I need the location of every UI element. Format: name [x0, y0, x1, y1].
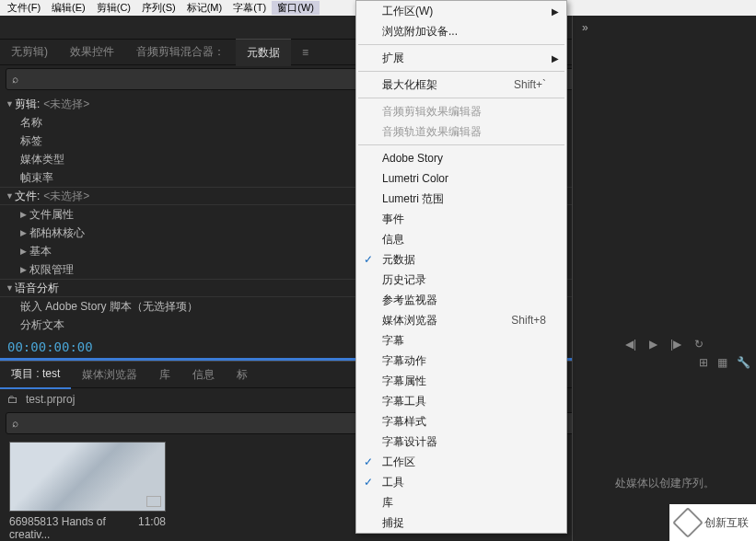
tab-effect-controls[interactable]: 效果控件 — [59, 39, 125, 65]
menu-item-label: 音频轨道效果编辑器 — [382, 124, 482, 140]
section-label: 文件: — [15, 189, 40, 204]
transport-controls: ◀| ▶ |▶ ↻ — [573, 338, 756, 351]
section-value: <未选择> — [43, 97, 89, 112]
menu-item[interactable]: 库 — [356, 492, 566, 512]
search-icon: ⌕ — [12, 417, 18, 430]
tab-metadata[interactable]: 元数据 — [236, 39, 291, 66]
menu-item[interactable]: 字幕工具 — [356, 391, 566, 411]
menu-item-label: 历史记录 — [382, 272, 426, 288]
submenu-arrow-icon: ▶ — [552, 6, 559, 17]
tab-media-browser[interactable]: 媒体浏览器 — [71, 362, 148, 388]
clip-row[interactable]: 66985813 Hands of creativ... 11:08 — [9, 512, 166, 541]
menu-item[interactable]: 字幕设计器 — [356, 432, 566, 452]
submenu-arrow-icon: ▶ — [552, 53, 559, 63]
export-frame-icon[interactable]: ⊞ — [699, 356, 708, 369]
menu-item-label: 库 — [382, 495, 393, 511]
menu-item-label: 媒体浏览器 — [382, 313, 437, 328]
menu-item[interactable]: 捕捉 — [356, 512, 566, 533]
menu-separator — [358, 98, 564, 98]
menu-item[interactable]: 字幕属性 — [356, 371, 566, 391]
menu-item[interactable]: 浏览附加设备... — [356, 21, 566, 41]
section-value: <未选择> — [43, 189, 89, 204]
next-frame-icon[interactable]: |▶ — [670, 338, 681, 351]
menu-window[interactable]: 窗口(W) — [272, 1, 320, 15]
panel-menu-icon[interactable]: ≡ — [291, 40, 320, 64]
menu-separator — [358, 71, 564, 72]
menu-item[interactable]: 字幕样式 — [356, 411, 566, 432]
menu-item[interactable]: 扩展▶ — [356, 48, 566, 68]
menu-edit[interactable]: 编辑(E) — [46, 1, 91, 15]
menu-item-label: 捕捉 — [382, 515, 404, 531]
folder-icon: 🗀 — [7, 393, 18, 406]
chevron-down-icon: ▼ — [6, 99, 15, 109]
tab-markers[interactable]: 标 — [226, 362, 259, 388]
tab-no-clip[interactable]: 无剪辑) — [0, 39, 59, 65]
menu-item-label: Lumetri Color — [382, 172, 448, 185]
play-icon[interactable]: ▶ — [649, 338, 657, 351]
menu-item-label: Lumetri 范围 — [382, 191, 444, 207]
tab-info[interactable]: 信息 — [181, 362, 226, 388]
menu-item-label: 字幕样式 — [382, 414, 426, 430]
menu-item[interactable]: ✓工具 — [356, 472, 566, 492]
section-label: 语音分析 — [15, 281, 59, 296]
menu-item: 音频轨道效果编辑器 — [356, 121, 566, 142]
menu-clip[interactable]: 剪辑(C) — [91, 1, 136, 15]
menu-item[interactable]: 工作区(W)▶ — [356, 1, 566, 21]
clip-duration: 11:08 — [138, 515, 166, 541]
chevron-down-icon: ▼ — [6, 283, 15, 293]
watermark: 创新互联 — [669, 504, 756, 541]
menu-item[interactable]: Adobe Story — [356, 148, 566, 168]
menu-shortcut: Shift+` — [514, 78, 546, 91]
menu-file[interactable]: 文件(F) — [2, 1, 46, 15]
prev-frame-icon[interactable]: ◀| — [625, 338, 636, 351]
menu-item-label: 信息 — [382, 232, 404, 247]
search-icon: ⌕ — [12, 73, 18, 86]
watermark-text: 创新互联 — [704, 515, 749, 531]
clip-thumbnail[interactable] — [9, 442, 166, 512]
menu-shortcut: Shift+8 — [511, 314, 546, 327]
tab-library[interactable]: 库 — [148, 362, 181, 388]
menu-item-label: 字幕动作 — [382, 353, 426, 369]
menu-item-label: 字幕属性 — [382, 374, 426, 389]
menu-item[interactable]: 信息 — [356, 229, 566, 249]
menu-item[interactable]: 历史记录 — [356, 270, 566, 290]
menu-item[interactable]: 最大化框架Shift+` — [356, 75, 566, 95]
menu-item-label: Adobe Story — [382, 152, 443, 165]
wrench-icon[interactable]: 🔧 — [737, 356, 750, 369]
menu-item[interactable]: 媒体浏览器Shift+8 — [356, 310, 566, 330]
menu-item[interactable]: 字幕 — [356, 330, 566, 351]
menu-item[interactable]: Lumetri 范围 — [356, 189, 566, 209]
menu-marker[interactable]: 标记(M) — [181, 1, 228, 15]
menu-item-label: 最大化框架 — [382, 77, 437, 93]
watermark-logo-icon — [672, 507, 704, 538]
settings-icon[interactable]: ▦ — [717, 356, 727, 369]
menu-item[interactable]: 事件 — [356, 209, 566, 229]
clip-type-icon — [146, 496, 161, 507]
menu-item-label: 工作区 — [382, 455, 415, 470]
right-chevron[interactable]: » — [573, 16, 756, 40]
menu-title[interactable]: 字幕(T) — [227, 1, 272, 15]
menu-separator — [358, 44, 564, 45]
menu-item[interactable]: ✓工作区 — [356, 452, 566, 472]
menu-item[interactable]: 参考监视器 — [356, 290, 566, 310]
menu-item[interactable]: Lumetri Color — [356, 168, 566, 189]
check-icon: ✓ — [364, 455, 373, 468]
menu-item-label: 音频剪辑效果编辑器 — [382, 104, 482, 120]
tab-project[interactable]: 项目 : test — [0, 361, 71, 389]
menu-item: 音频剪辑效果编辑器 — [356, 101, 566, 121]
chevron-down-icon: ▼ — [6, 191, 15, 201]
drop-media-hint: 处媒体以创建序列。 — [573, 476, 756, 491]
menu-item-label: 字幕工具 — [382, 394, 426, 409]
project-filename: test.prproj — [26, 393, 75, 406]
tab-audio-mixer[interactable]: 音频剪辑混合器： — [125, 39, 236, 65]
menu-item-label: 字幕 — [382, 333, 404, 349]
menu-item[interactable]: 字幕动作 — [356, 351, 566, 371]
menu-item-label: 浏览附加设备... — [382, 24, 458, 40]
section-label: 剪辑: — [15, 97, 40, 112]
menu-item[interactable]: ✓元数据 — [356, 249, 566, 270]
check-icon: ✓ — [364, 476, 373, 489]
menu-sequence[interactable]: 序列(S) — [136, 1, 181, 15]
program-monitor-area: » ◀| ▶ |▶ ↻ ⊞ ▦ 🔧 处媒体以创建序列。 — [572, 16, 756, 541]
loop-icon[interactable]: ↻ — [694, 338, 704, 351]
menu-item-label: 字幕设计器 — [382, 434, 437, 450]
